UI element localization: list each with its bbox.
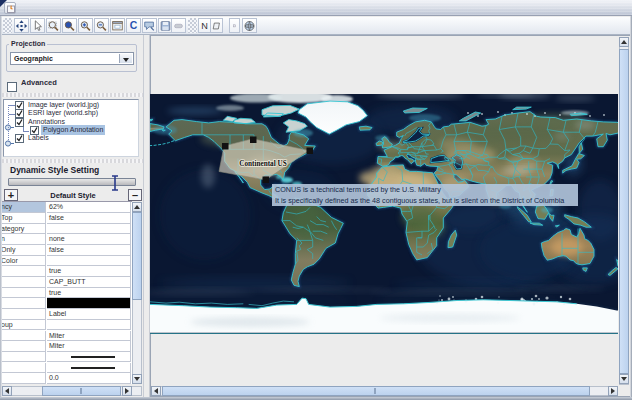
svg-text:Continental US: Continental US	[239, 160, 286, 168]
svg-text:C: C	[130, 20, 138, 31]
svg-text:N: N	[201, 21, 208, 31]
